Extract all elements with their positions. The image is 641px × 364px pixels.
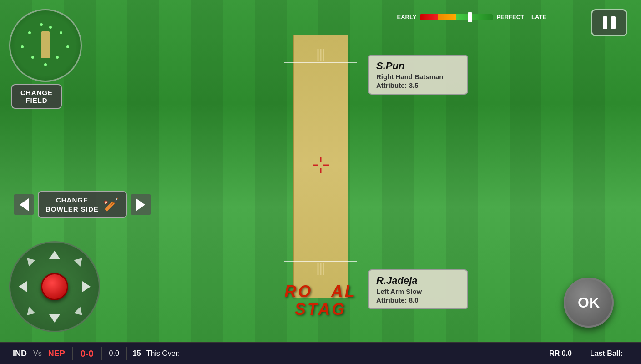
- dpad-downright-button[interactable]: [74, 307, 85, 318]
- timing-orange-zone: [438, 14, 456, 20]
- dpad-center-button[interactable]: [41, 273, 68, 300]
- fielder-dot-8: [56, 56, 59, 59]
- bowler-name: R.Jadeja: [376, 275, 460, 287]
- fielder-dot-9: [44, 63, 47, 66]
- dpad-container: [9, 241, 100, 332]
- rr-label: RR: [549, 349, 560, 357]
- dpad-up-button[interactable]: [49, 251, 60, 259]
- timing-early-label: EARLY: [393, 14, 420, 20]
- timing-red-zone: [420, 14, 438, 20]
- dpad-upright-button[interactable]: [74, 255, 85, 266]
- score-divider-1: [72, 347, 73, 360]
- timing-bar-visual: [420, 14, 493, 20]
- pause-icon: [603, 16, 616, 29]
- dpad-left-button[interactable]: [19, 281, 27, 292]
- batsman-type: Right Hand Batsman: [376, 73, 460, 81]
- timing-marker: [468, 12, 472, 22]
- ok-label: OK: [578, 294, 600, 311]
- right-arrow-icon: [136, 198, 145, 211]
- bowler-side-label-box: CHANGE BOWLER SIDE 🏏: [38, 191, 127, 218]
- score-divider-3: [126, 347, 127, 360]
- last-ball-label: Last Ball:: [590, 349, 623, 357]
- left-arrow-icon: [20, 198, 29, 211]
- dpad-circle: [9, 241, 100, 332]
- fielder-dot-5: [21, 46, 24, 48]
- dpad-downleft-button[interactable]: [24, 307, 35, 318]
- field-minimap[interactable]: [9, 9, 82, 82]
- stumps-bottom: [317, 263, 324, 275]
- batsman-card: S.Pun Right Hand Batsman Attribute: 3.5: [368, 55, 468, 95]
- fielder-dot-4: [60, 31, 62, 34]
- bowler-side-right-button[interactable]: [131, 194, 151, 215]
- field-minimap-inner: [10, 10, 81, 81]
- timing-late-label: LATE: [528, 14, 550, 20]
- fielder-dot-1: [40, 23, 43, 26]
- batsman-attribute: Attribute: 3.5: [376, 81, 460, 89]
- run-rate: RR 0.0: [540, 349, 581, 358]
- bowler-silhouette-icon: 🏏: [103, 197, 119, 212]
- bowler-side-text: CHANGE BOWLER SIDE: [45, 196, 99, 213]
- pause-button[interactable]: [591, 9, 627, 36]
- dpad-down-button[interactable]: [49, 314, 60, 323]
- fielder-dot-6: [66, 46, 69, 48]
- bowler-card: R.Jadeja Left Arm Slow Attribute: 8.0: [368, 269, 468, 309]
- over-number: 15: [131, 349, 143, 358]
- sponsor-text: RO ALSTAG: [284, 283, 357, 318]
- timing-perfect-label: PERFECT: [493, 14, 528, 20]
- bowler-side-container: CHANGE BOWLER SIDE 🏏: [14, 191, 151, 218]
- last-ball: Last Ball:: [581, 349, 632, 358]
- vs-label: Vs: [30, 349, 45, 358]
- overs-display: 0.0: [106, 349, 123, 358]
- rr-value: 0.0: [562, 349, 572, 357]
- fielder-dot-3: [28, 31, 31, 34]
- dpad-upleft-button[interactable]: [24, 255, 35, 266]
- change-field-label: CHANGE FIELD: [20, 89, 53, 104]
- timing-green-zone: [456, 14, 493, 20]
- minimap-pitch-rect: [41, 33, 50, 58]
- bowler-side-left-button[interactable]: [14, 194, 34, 215]
- team2-name: NEP: [45, 349, 69, 359]
- dpad-right-button[interactable]: [82, 281, 91, 292]
- team1-name: IND: [9, 349, 30, 359]
- fielder-dot-7: [31, 56, 34, 59]
- stumps-top: [317, 49, 324, 61]
- batsman-name: S.Pun: [376, 60, 460, 72]
- fielder-dot-2: [49, 26, 52, 29]
- ok-button[interactable]: OK: [564, 278, 614, 328]
- target-reticle: [312, 156, 330, 176]
- this-over-label: This Over:: [143, 349, 184, 358]
- change-field-button[interactable]: CHANGE FIELD: [11, 84, 62, 109]
- crease-line-top: [284, 62, 357, 63]
- crease-line-bottom: [284, 261, 357, 262]
- current-score: 0-0: [77, 349, 97, 359]
- bowler-type: Left Arm Slow: [376, 288, 460, 295]
- bowler-attribute: Attribute: 8.0: [376, 296, 460, 304]
- score-bar: IND Vs NEP 0-0 0.0 15 This Over: RR 0.0 …: [0, 342, 641, 364]
- score-divider-2: [101, 347, 102, 360]
- timing-bar: EARLY PERFECT LATE: [393, 14, 550, 20]
